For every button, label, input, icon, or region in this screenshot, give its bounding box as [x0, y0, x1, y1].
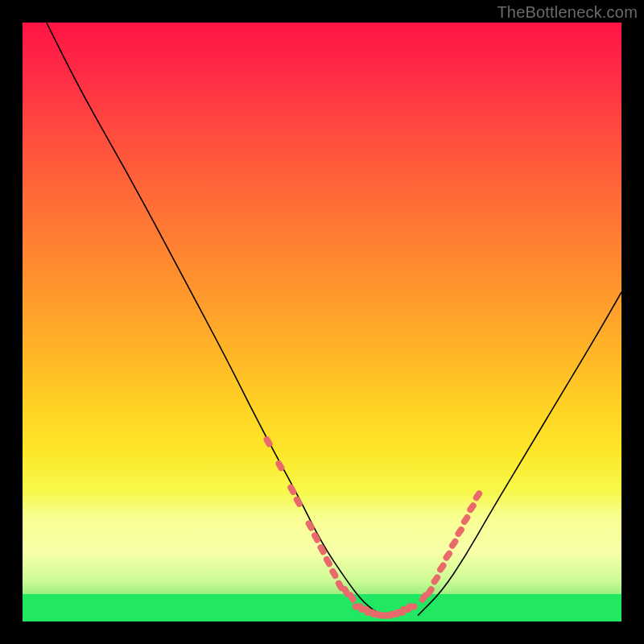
right-curve — [418, 292, 621, 616]
data-marker — [472, 489, 484, 502]
data-marker — [460, 513, 472, 526]
watermark-text: TheBottleneck.com — [497, 3, 638, 22]
left-curve — [47, 23, 382, 616]
chart-paths — [47, 23, 621, 616]
data-marker — [454, 525, 466, 538]
data-marker — [292, 495, 303, 508]
data-marker — [442, 549, 454, 562]
data-marker — [304, 519, 316, 532]
chart-markers — [262, 436, 484, 619]
chart-frame: TheBottleneck.com — [0, 0, 644, 644]
data-marker — [430, 573, 442, 586]
data-marker — [262, 436, 274, 448]
data-marker — [448, 537, 460, 550]
data-marker — [466, 502, 478, 514]
data-marker — [436, 561, 448, 574]
data-marker — [407, 603, 418, 609]
plot-area — [23, 23, 621, 621]
data-marker — [328, 567, 340, 580]
curve-layer — [23, 23, 621, 621]
data-marker — [287, 483, 298, 496]
data-marker — [322, 555, 333, 568]
